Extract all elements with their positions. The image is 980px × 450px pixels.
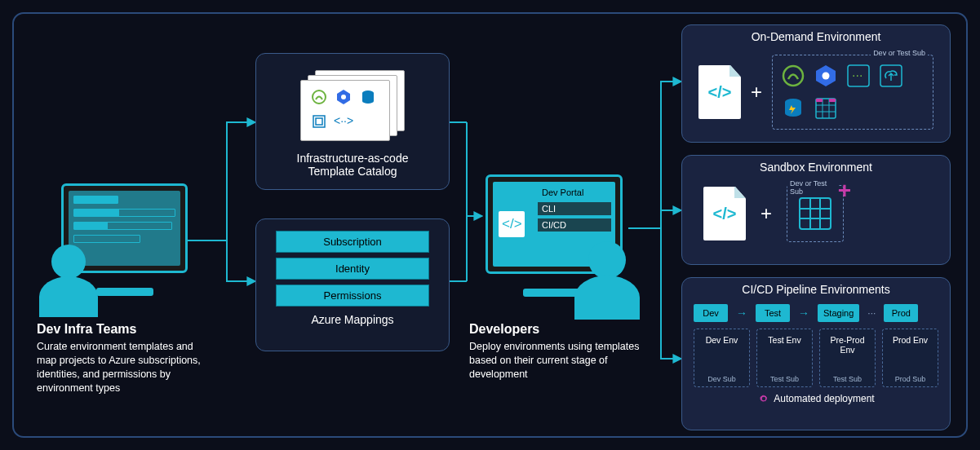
tool-cli: CLI	[537, 201, 612, 216]
dev-infra-desc: Curate environment templates and map pro…	[37, 340, 212, 395]
database-icon	[779, 95, 807, 122]
stage-dev: Dev	[694, 304, 728, 322]
code-brackets-icon: <··>	[334, 112, 353, 131]
dev-infra-text: Dev Infra Teams Curate environment templ…	[37, 322, 212, 395]
svg-text:···: ···	[852, 68, 862, 82]
grid-app-icon	[796, 194, 835, 233]
on-demand-title: On-Demand Environment	[682, 30, 950, 43]
ellipsis-icon: ···	[867, 307, 876, 319]
kubernetes-icon	[812, 62, 840, 90]
sandbox-sub-label: Dev or Test Sub	[787, 179, 838, 196]
spring-icon	[779, 62, 807, 90]
svg-point-5	[362, 99, 374, 104]
developers-text: Developers Deploy environments using tem…	[469, 322, 649, 382]
cicd-title: CI/CD Pipeline Environments	[682, 283, 950, 296]
stage-test: Test	[756, 304, 790, 322]
svg-rect-25	[816, 99, 823, 102]
azure-mappings-box: Subscription Identity Permissions Azure …	[255, 218, 450, 351]
monitor-screen	[69, 191, 180, 266]
plus-icon: +	[751, 81, 762, 104]
iac-catalog-box: <··> Infrastructure-as-code Template Cat…	[255, 53, 450, 190]
code-doc-icon: </>	[703, 187, 746, 240]
svg-rect-26	[829, 99, 836, 102]
user-head-icon	[51, 245, 86, 279]
developers-heading: Developers	[469, 322, 649, 337]
svg-text:<··>: <··>	[334, 114, 353, 127]
mapping-subscription: Subscription	[276, 231, 429, 253]
automated-deployment-label: Automated deployment	[682, 392, 950, 405]
on-demand-env-box: On-Demand Environment </> + Dev or Test …	[681, 24, 951, 143]
svg-point-11	[783, 66, 803, 86]
tool-cicd: CI/CD	[537, 218, 612, 232]
tool-dev-portal: Dev Portal	[537, 185, 612, 200]
svg-rect-7	[316, 118, 322, 125]
env-card-dev: Dev Env Dev Sub	[694, 329, 750, 387]
cloud-upload-icon	[877, 62, 905, 90]
database-icon	[358, 87, 378, 107]
env-card-preprod: Pre-Prod Env Test Sub	[819, 329, 876, 387]
env-card-test: Test Env Test Sub	[756, 329, 813, 387]
on-demand-sub-label: Dev or Test Sub	[871, 49, 928, 57]
svg-point-32	[762, 397, 766, 401]
template-square-icon	[309, 112, 329, 131]
developers-desc: Deploy environments using templates base…	[469, 340, 649, 382]
mapping-identity: Identity	[276, 258, 429, 280]
sandbox-services-group: Dev or Test Sub +	[787, 185, 844, 242]
add-icon: +	[838, 178, 851, 204]
iac-title: Infrastructure-as-code Template Catalog	[256, 152, 449, 178]
svg-point-2	[341, 95, 346, 99]
svg-rect-27	[800, 198, 831, 229]
spring-icon	[309, 87, 329, 107]
template-stack-icon: <··>	[300, 70, 405, 143]
grid-app-icon	[812, 95, 840, 122]
arrow-icon: →	[798, 307, 809, 320]
kubernetes-icon	[334, 87, 353, 107]
arrow-icon: →	[736, 307, 747, 320]
code-doc-icon: </>	[698, 65, 741, 119]
gear-icon	[757, 392, 770, 405]
code-brackets-icon: </>	[498, 210, 525, 241]
user-body-icon	[574, 276, 640, 320]
stage-staging: Staging	[818, 304, 859, 322]
on-demand-services-group: Dev or Test Sub ···	[772, 55, 933, 130]
cicd-pipeline-box: CI/CD Pipeline Environments Dev → Test →…	[681, 277, 951, 430]
stage-prod: Prod	[884, 304, 918, 322]
sandbox-title: Sandbox Environment	[682, 161, 950, 174]
env-card-prod: Prod Env Prod Sub	[882, 329, 938, 387]
svg-point-19	[785, 110, 801, 117]
sandbox-env-box: Sandbox Environment </> + Dev or Test Su…	[681, 155, 951, 265]
svg-text:</>: </>	[502, 216, 522, 232]
azure-mappings-title: Azure Mappings	[256, 313, 449, 326]
svg-point-13	[823, 73, 830, 80]
more-icon: ···	[845, 62, 872, 90]
svg-rect-6	[313, 116, 325, 127]
user-body-icon	[39, 276, 98, 317]
mapping-permissions: Permissions	[276, 285, 429, 307]
dev-infra-heading: Dev Infra Teams	[37, 322, 212, 337]
user-head-icon	[588, 241, 626, 279]
plus-icon: +	[760, 202, 772, 225]
